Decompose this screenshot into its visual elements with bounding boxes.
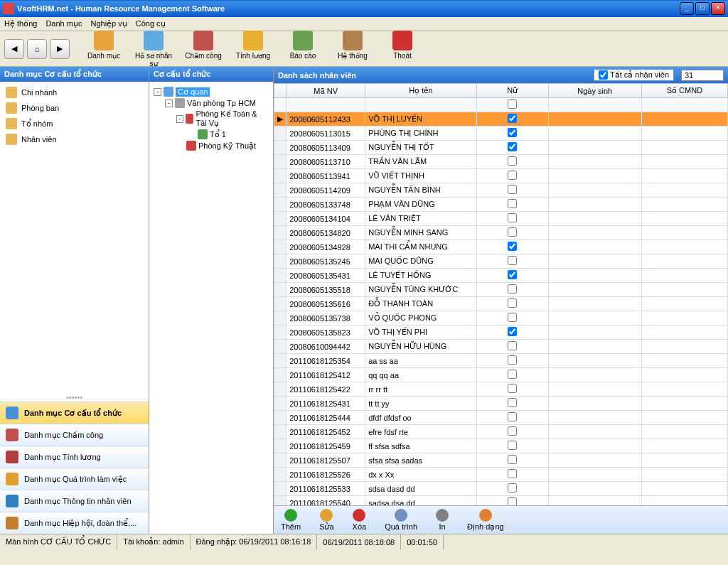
- table-row[interactable]: 20080605113015PHÙNG THỊ CHÍNH: [274, 127, 728, 141]
- table-row[interactable]: 20080605135738VỎ QUỐC PHONG: [274, 311, 728, 325]
- table-row[interactable]: 20110618125459ff sfsa sdfsa: [274, 439, 728, 453]
- table-row[interactable]: 20110618125507sfsa sfsa sadas: [274, 453, 728, 468]
- table-row[interactable]: 20080605135616ĐỖ THANH TOÀN: [274, 297, 728, 311]
- nu-checkbox[interactable]: [508, 298, 517, 308]
- menu-item-0[interactable]: Hệ thống: [4, 19, 37, 28]
- nu-checkbox[interactable]: [508, 142, 517, 151]
- grid-wrap[interactable]: Mã NVHọ tênNữNgày sinhSố CMND ▶200806051…: [274, 83, 728, 505]
- forward-button[interactable]: ▶: [50, 39, 70, 59]
- nu-checkbox[interactable]: [508, 128, 517, 137]
- toolbar-danh-mục[interactable]: Danh mục: [82, 31, 125, 68]
- nu-checkbox[interactable]: [508, 156, 517, 166]
- category-3[interactable]: Nhân viên: [0, 131, 149, 147]
- nu-checkbox[interactable]: [508, 412, 517, 421]
- table-row[interactable]: 20110618125444dfdf dfdsf oo: [274, 411, 728, 425]
- check-all[interactable]: Tất cả nhân viên: [594, 69, 674, 81]
- table-row[interactable]: 20110618125452efre fdsf rte: [274, 425, 728, 439]
- action-thêm[interactable]: Thêm: [281, 509, 301, 531]
- tree-node-2[interactable]: -Phòng Kế Toán & Tài Vụ: [176, 109, 269, 129]
- nu-checkbox[interactable]: [508, 469, 517, 478]
- menu-item-2[interactable]: Nghiệp vụ: [90, 19, 127, 28]
- expand-icon[interactable]: -: [176, 115, 183, 123]
- nu-checkbox[interactable]: [508, 497, 517, 505]
- table-row[interactable]: 20080610094442NGUYỄN HỮU HÙNG: [274, 340, 728, 354]
- nu-checkbox[interactable]: [508, 398, 517, 407]
- table-row[interactable]: 20080605133748PHẠM VĂN DŨNG: [274, 198, 728, 212]
- tree-node-4[interactable]: Phòng Kỹ Thuật: [176, 140, 269, 151]
- tree-node-3[interactable]: Tổ 1: [188, 129, 269, 140]
- nu-checkbox[interactable]: [508, 426, 517, 436]
- category-1[interactable]: Phòng ban: [0, 100, 149, 116]
- filter-row[interactable]: [274, 98, 728, 112]
- nu-checkbox[interactable]: [508, 384, 517, 393]
- nu-checkbox[interactable]: [508, 256, 517, 265]
- nav-group-4[interactable]: Danh mục Thông tin nhân viên: [0, 490, 149, 512]
- table-row[interactable]: 20110618125540sadsa dsa dd: [274, 496, 728, 506]
- toolbar-chấm-công[interactable]: Chấm công: [182, 31, 225, 68]
- table-row[interactable]: 20080605114209NGUYỄN TẤN BÌNH: [274, 183, 728, 198]
- menu-item-1[interactable]: Danh mục: [46, 19, 82, 28]
- table-row[interactable]: 20080605135245MAI QUỐC DŨNG: [274, 254, 728, 269]
- column-header-1[interactable]: Họ tên: [365, 84, 476, 98]
- nav-group-1[interactable]: Danh mục Chấm công: [0, 424, 149, 446]
- nu-checkbox[interactable]: [508, 455, 517, 464]
- nav-group-2[interactable]: Danh mục Tính lương: [0, 446, 149, 468]
- category-0[interactable]: Chi nhánh: [0, 85, 149, 100]
- nu-checkbox[interactable]: [508, 355, 517, 365]
- minimize-button[interactable]: _: [680, 2, 694, 15]
- table-row[interactable]: 20080605135431LÊ TUYẾT HỒNG: [274, 269, 728, 283]
- toolbar-thoát[interactable]: Thoát: [381, 31, 424, 68]
- table-row[interactable]: 20080605113941VŨ VIẾT THỊNH: [274, 169, 728, 183]
- nu-checkbox[interactable]: [508, 284, 517, 294]
- table-row[interactable]: 20080605134104LÊ VĂN TRIỆT: [274, 212, 728, 226]
- back-button[interactable]: ◀: [4, 39, 24, 59]
- category-2[interactable]: Tổ nhóm: [0, 116, 149, 131]
- nu-checkbox[interactable]: [508, 242, 517, 251]
- nu-checkbox[interactable]: [508, 441, 517, 450]
- table-row[interactable]: 20080605113710TRẦN VĂN LÃM: [274, 155, 728, 169]
- maximize-button[interactable]: □: [695, 2, 710, 15]
- filter-nu-checkbox[interactable]: [508, 99, 517, 109]
- nu-checkbox[interactable]: [508, 227, 517, 237]
- toolbar-báo-cáo[interactable]: Báo cáo: [282, 31, 324, 68]
- home-button[interactable]: ⌂: [27, 39, 47, 59]
- action-sửa[interactable]: Sửa: [319, 509, 333, 532]
- nu-checkbox[interactable]: [508, 213, 517, 222]
- nu-checkbox[interactable]: [508, 327, 517, 336]
- expand-icon[interactable]: -: [165, 99, 173, 107]
- nu-checkbox[interactable]: [508, 114, 517, 123]
- table-row[interactable]: ▶20080605112433VÕ THỊ LUYẾN: [274, 112, 728, 127]
- toolbar-hồ-sơ-nhân-sự[interactable]: Hồ sơ nhân sự: [132, 31, 175, 68]
- nu-checkbox[interactable]: [508, 199, 517, 208]
- toolbar-tính-lương[interactable]: Tính lương: [232, 31, 274, 68]
- nu-checkbox[interactable]: [508, 185, 517, 194]
- table-row[interactable]: 20110618125412qq qq aa: [274, 368, 728, 382]
- column-header-0[interactable]: Mã NV: [287, 84, 365, 98]
- action-quá trình[interactable]: Quá trình: [385, 509, 417, 531]
- table-row[interactable]: 20080605113409NGUYỄN THỊ TỐT: [274, 141, 728, 155]
- table-row[interactable]: 20080605134820NGUYỄN MINH SANG: [274, 226, 728, 240]
- nu-checkbox[interactable]: [508, 270, 517, 279]
- table-row[interactable]: 20110618125422rr rr tt: [274, 382, 728, 397]
- nav-group-0[interactable]: Danh mục Cơ cấu tổ chức: [0, 402, 149, 424]
- toolbar-hệ-thống[interactable]: Hệ thống: [331, 31, 374, 68]
- expand-icon[interactable]: -: [154, 88, 161, 96]
- nav-group-3[interactable]: Danh mục Quá trình làm việc: [0, 468, 149, 490]
- nu-checkbox[interactable]: [508, 313, 517, 322]
- nu-checkbox[interactable]: [508, 341, 517, 350]
- table-row[interactable]: 20080605135518NGUYỄN TÙNG KHƯỚC: [274, 283, 728, 297]
- table-row[interactable]: 20080605134928MAI THI CẨM NHUNG: [274, 240, 728, 254]
- action-định dạng[interactable]: Định dạng: [467, 509, 504, 532]
- column-header-4[interactable]: Số CMND: [641, 84, 727, 98]
- column-header-3[interactable]: Ngày sinh: [548, 84, 641, 98]
- menu-item-3[interactable]: Công cụ: [136, 19, 166, 28]
- table-row[interactable]: 20110618125526dx x Xx: [274, 468, 728, 482]
- nu-checkbox[interactable]: [508, 483, 517, 493]
- action-in[interactable]: In: [436, 509, 449, 531]
- nu-checkbox[interactable]: [508, 171, 517, 180]
- nav-group-5[interactable]: Danh mục Hiệp hội, đoàn thể,...: [0, 512, 149, 534]
- table-row[interactable]: 20080605135823VÕ THỊ YẾN PHI: [274, 325, 728, 340]
- close-button[interactable]: ×: [711, 2, 725, 15]
- table-row[interactable]: 20110618125354aa ss aa: [274, 354, 728, 368]
- table-row[interactable]: 20110618125533sdsa dasd dd: [274, 482, 728, 496]
